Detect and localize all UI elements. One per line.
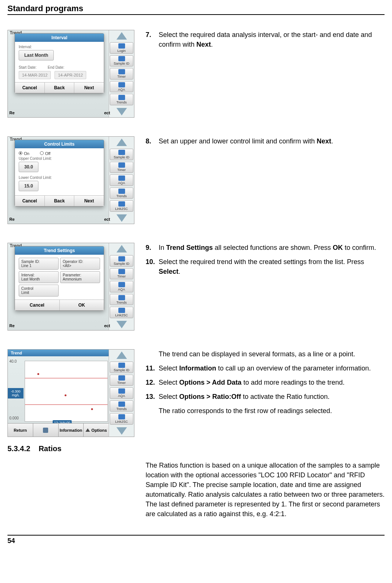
page-number: 54 [7,535,385,545]
sidebar-sample[interactable]: Sample ID [110,149,133,160]
timer-icon [118,69,125,74]
step-number: 11. [146,363,159,373]
sidebar-timer[interactable]: Timer [110,162,133,173]
sidebar-aqa[interactable]: AQA [110,387,133,399]
truncated-label: ect [104,323,110,328]
sample-icon [118,256,125,261]
dialog-title: Interval [15,34,104,42]
zoom-button[interactable] [33,424,59,437]
y-min: 0.000 [9,416,19,420]
information-button[interactable]: Information [59,424,84,437]
truncated-left: Re [9,111,15,115]
cancel-button[interactable]: Cancel [15,196,45,206]
sidebar-aqa[interactable]: AQA [110,174,133,186]
scroll-down-icon[interactable] [109,213,134,224]
trend-chart[interactable] [25,361,108,422]
parameter-button[interactable]: Parameter: Ammonium [60,271,100,283]
step12-text: Select Options > Add Data to add more re… [159,378,385,387]
cancel-button[interactable]: Cancel [15,300,60,310]
end-label: End Date: [48,65,64,69]
sidebar-trends[interactable]: Trends [110,294,133,306]
interval-selector[interactable]: Last Month [19,50,54,61]
data-point [37,373,39,375]
step8-text: Set an upper and lower control limit and… [159,136,385,146]
sidebar-aqa[interactable]: AQA [110,81,133,93]
sidebar-timer[interactable]: Timer [110,268,133,280]
next-button[interactable]: Next [74,83,104,93]
sidebar-sample[interactable]: Sample ID [110,255,133,267]
back-button[interactable]: Back [45,196,75,206]
sample-id-button[interactable]: Sample ID: Line 1 [19,258,59,270]
sidebar-aqa[interactable]: AQA [110,281,133,292]
end-date: 14-APR-2012 [55,71,86,79]
trends-icon [118,189,125,194]
step-number: 8. [146,136,159,146]
radio-off[interactable] [40,151,44,155]
row-step9-10: Trend Sample ID Timer AQA Trends Link2SC… [7,243,385,331]
step-number: 12. [146,378,159,387]
step7-text: Select the required data analysis interv… [159,30,385,49]
interval-label: Interval: [19,45,100,49]
sidebar-trends[interactable]: Trends [110,94,133,105]
timer-icon [118,162,125,168]
ok-button[interactable]: OK [60,300,104,310]
interval-dialog: Interval Interval: Last Month Start Date… [15,33,104,93]
section-heading: 5.3.4.2 Ratios [7,444,385,453]
y-max: 40.0 [9,359,16,363]
scroll-up-icon[interactable] [109,137,134,148]
para-trend-formats: The trend can be displayed in several fo… [146,349,385,359]
lower-value[interactable]: 15.0 [19,181,38,191]
upper-limit-line [25,378,108,378]
trend-settings-dialog: Trend Settings Sample ID: Line 1 Operato… [15,246,104,311]
upper-label: Upper Control Limit: [19,156,100,161]
link-icon [118,414,125,419]
sidebar-link[interactable]: Link2SC [110,413,133,425]
sidebar-sample[interactable]: Sample ID [110,55,133,67]
scroll-down-icon[interactable] [109,319,134,330]
control-limit-button[interactable]: Control Limit [19,285,59,297]
upper-value[interactable]: 30.0 [19,162,38,172]
interval-button[interactable]: Interval: Last Month [19,271,59,283]
return-button[interactable]: Return [8,424,33,437]
scroll-up-icon[interactable] [109,30,134,41]
screenshot-sidebar: Sample ID Timer AQA Trends Link2SC [109,350,134,437]
step11-text: Select Information to call up an overvie… [159,363,385,373]
sample-icon [118,150,125,155]
scroll-down-icon[interactable] [109,425,134,437]
back-button[interactable]: Back [45,83,75,93]
sidebar-timer[interactable]: Timer [110,375,133,386]
y-value-box: -0.300mg/L [8,388,24,399]
screenshot-trend-chart: Trend NH₄⁺ Line 1 40.0 0.000 -0.300mg/L … [7,349,134,437]
sidebar-trends[interactable]: Trends [110,400,133,412]
sample-icon [118,56,125,61]
step-number: 9. [146,243,159,252]
sidebar-trends[interactable]: Trends [110,187,133,199]
operator-id-button[interactable]: Operator ID: <All> [60,258,100,270]
options-button[interactable]: Options [84,424,109,437]
scroll-down-icon[interactable] [109,106,134,117]
next-button[interactable]: Next [74,196,104,206]
aqa-icon [118,282,125,287]
step13-text: Select Options > Ratio:Off to activate t… [159,392,385,401]
screenshot-trend-settings: Trend Sample ID Timer AQA Trends Link2SC… [7,243,134,331]
screenshot-sidebar: Login Sample ID Timer AQA Trends [109,30,134,117]
cancel-button[interactable]: Cancel [15,83,45,93]
radio-on[interactable] [19,151,22,155]
trends-icon [118,295,125,300]
sidebar-link[interactable]: Link2SC [110,200,133,212]
zoom-icon [43,428,48,433]
aqa-icon [118,388,125,394]
step-number: 7. [146,30,159,49]
timer-icon [118,375,125,381]
sidebar-login[interactable]: Login [110,42,133,54]
aqa-icon [118,176,125,181]
screenshot-control-limits: Trend Sample ID Timer AQA Trends Link2SC… [7,136,134,224]
lower-label: Lower Control Limit: [19,176,100,180]
sidebar-timer[interactable]: Timer [110,68,133,80]
sidebar-link[interactable]: Link2SC [110,307,133,318]
page-title: Standard programs [7,4,385,15]
scroll-up-icon[interactable] [109,243,134,254]
truncated-label: ect [104,111,110,115]
scroll-up-icon[interactable] [109,350,134,361]
sidebar-sample[interactable]: Sample ID [110,362,133,373]
